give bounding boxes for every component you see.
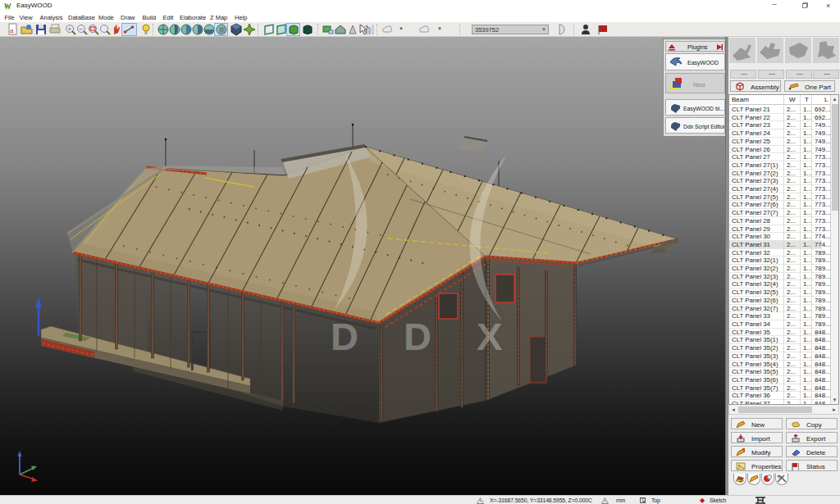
- svg-text:DDX: DDX: [331, 315, 547, 358]
- svg-text:a: a: [10, 27, 14, 34]
- svg-text:+: +: [68, 25, 72, 33]
- svg-text:−: −: [80, 25, 84, 33]
